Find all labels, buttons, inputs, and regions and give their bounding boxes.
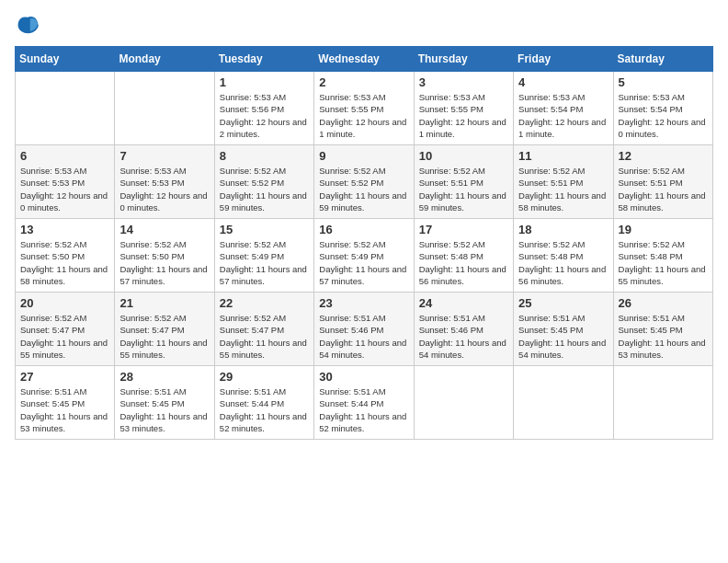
calendar-cell <box>414 366 513 440</box>
calendar-cell: 11Sunrise: 5:52 AM Sunset: 5:51 PM Dayli… <box>514 145 613 219</box>
day-info: Sunrise: 5:52 AM Sunset: 5:49 PM Dayligh… <box>319 238 408 287</box>
day-number: 9 <box>319 149 408 163</box>
day-number: 21 <box>119 296 209 310</box>
calendar-cell: 6Sunrise: 5:53 AM Sunset: 5:53 PM Daylig… <box>16 145 115 219</box>
day-number: 10 <box>419 149 508 163</box>
day-info: Sunrise: 5:52 AM Sunset: 5:52 PM Dayligh… <box>220 165 309 213</box>
day-info: Sunrise: 5:52 AM Sunset: 5:47 PM Dayligh… <box>220 312 309 361</box>
day-number: 2 <box>319 75 408 89</box>
day-info: Sunrise: 5:51 AM Sunset: 5:45 PM Dayligh… <box>20 385 109 434</box>
day-number: 13 <box>20 223 109 236</box>
day-info: Sunrise: 5:52 AM Sunset: 5:49 PM Dayligh… <box>220 238 309 287</box>
calendar-cell <box>16 72 115 145</box>
week-row-2: 6Sunrise: 5:53 AM Sunset: 5:53 PM Daylig… <box>16 145 713 219</box>
day-number: 15 <box>220 223 309 236</box>
day-number: 29 <box>220 370 309 384</box>
day-number: 30 <box>319 370 408 384</box>
day-info: Sunrise: 5:51 AM Sunset: 5:45 PM Dayligh… <box>518 312 608 361</box>
day-number: 7 <box>119 149 209 163</box>
day-number: 8 <box>220 149 309 163</box>
day-number: 12 <box>619 149 708 163</box>
day-info: Sunrise: 5:52 AM Sunset: 5:51 PM Dayligh… <box>619 165 708 213</box>
calendar-cell: 23Sunrise: 5:51 AM Sunset: 5:46 PM Dayli… <box>314 293 414 366</box>
header <box>15 15 713 35</box>
day-info: Sunrise: 5:53 AM Sunset: 5:55 PM Dayligh… <box>319 91 408 140</box>
day-number: 25 <box>518 296 608 310</box>
day-number: 26 <box>619 296 708 310</box>
calendar-cell <box>613 366 712 440</box>
day-number: 20 <box>20 296 109 310</box>
calendar-cell: 30Sunrise: 5:51 AM Sunset: 5:44 PM Dayli… <box>314 366 414 440</box>
day-info: Sunrise: 5:52 AM Sunset: 5:50 PM Dayligh… <box>20 238 109 287</box>
calendar-cell: 1Sunrise: 5:53 AM Sunset: 5:56 PM Daylig… <box>214 72 313 145</box>
calendar-cell: 12Sunrise: 5:52 AM Sunset: 5:51 PM Dayli… <box>613 145 712 219</box>
day-number: 17 <box>419 223 508 236</box>
calendar-cell <box>514 366 613 440</box>
day-number: 11 <box>518 149 608 163</box>
calendar-cell: 4Sunrise: 5:53 AM Sunset: 5:54 PM Daylig… <box>514 72 613 145</box>
calendar-cell: 17Sunrise: 5:52 AM Sunset: 5:48 PM Dayli… <box>414 219 513 293</box>
week-row-1: 1Sunrise: 5:53 AM Sunset: 5:56 PM Daylig… <box>16 72 713 145</box>
calendar-cell: 22Sunrise: 5:52 AM Sunset: 5:47 PM Dayli… <box>214 293 313 366</box>
col-sunday: Sunday <box>16 47 115 72</box>
header-row: Sunday Monday Tuesday Wednesday Thursday… <box>16 47 713 72</box>
day-number: 3 <box>419 75 508 89</box>
day-number: 4 <box>518 75 608 89</box>
calendar-cell: 24Sunrise: 5:51 AM Sunset: 5:46 PM Dayli… <box>414 293 513 366</box>
calendar-cell <box>115 72 214 145</box>
calendar-cell: 10Sunrise: 5:52 AM Sunset: 5:51 PM Dayli… <box>414 145 513 219</box>
day-number: 6 <box>20 149 109 163</box>
calendar-cell: 15Sunrise: 5:52 AM Sunset: 5:49 PM Dayli… <box>214 219 313 293</box>
day-number: 27 <box>20 370 109 384</box>
calendar-cell: 28Sunrise: 5:51 AM Sunset: 5:45 PM Dayli… <box>115 366 214 440</box>
day-info: Sunrise: 5:51 AM Sunset: 5:46 PM Dayligh… <box>419 312 508 361</box>
col-wednesday: Wednesday <box>314 47 414 72</box>
day-info: Sunrise: 5:52 AM Sunset: 5:48 PM Dayligh… <box>518 238 608 287</box>
calendar-cell: 7Sunrise: 5:53 AM Sunset: 5:53 PM Daylig… <box>115 145 214 219</box>
day-number: 16 <box>319 223 408 236</box>
day-number: 23 <box>319 296 408 310</box>
col-tuesday: Tuesday <box>214 47 313 72</box>
day-info: Sunrise: 5:52 AM Sunset: 5:51 PM Dayligh… <box>518 165 608 213</box>
day-info: Sunrise: 5:52 AM Sunset: 5:47 PM Dayligh… <box>20 312 109 361</box>
calendar-cell: 3Sunrise: 5:53 AM Sunset: 5:55 PM Daylig… <box>414 72 513 145</box>
col-saturday: Saturday <box>613 47 712 72</box>
day-number: 1 <box>220 75 309 89</box>
calendar-cell: 16Sunrise: 5:52 AM Sunset: 5:49 PM Dayli… <box>314 219 414 293</box>
day-info: Sunrise: 5:52 AM Sunset: 5:50 PM Dayligh… <box>119 238 209 287</box>
col-monday: Monday <box>115 47 214 72</box>
day-info: Sunrise: 5:51 AM Sunset: 5:46 PM Dayligh… <box>319 312 408 361</box>
calendar-table: Sunday Monday Tuesday Wednesday Thursday… <box>15 46 713 440</box>
calendar-cell: 9Sunrise: 5:52 AM Sunset: 5:52 PM Daylig… <box>314 145 414 219</box>
day-info: Sunrise: 5:53 AM Sunset: 5:54 PM Dayligh… <box>619 91 708 140</box>
day-number: 19 <box>619 223 708 236</box>
logo <box>15 15 44 35</box>
day-info: Sunrise: 5:52 AM Sunset: 5:51 PM Dayligh… <box>419 165 508 213</box>
calendar-cell: 2Sunrise: 5:53 AM Sunset: 5:55 PM Daylig… <box>314 72 414 145</box>
day-number: 14 <box>119 223 209 236</box>
col-friday: Friday <box>514 47 613 72</box>
week-row-3: 13Sunrise: 5:52 AM Sunset: 5:50 PM Dayli… <box>16 219 713 293</box>
day-info: Sunrise: 5:52 AM Sunset: 5:48 PM Dayligh… <box>419 238 508 287</box>
day-info: Sunrise: 5:53 AM Sunset: 5:56 PM Dayligh… <box>220 91 309 140</box>
day-info: Sunrise: 5:53 AM Sunset: 5:54 PM Dayligh… <box>518 91 608 140</box>
calendar-cell: 20Sunrise: 5:52 AM Sunset: 5:47 PM Dayli… <box>16 293 115 366</box>
day-info: Sunrise: 5:53 AM Sunset: 5:55 PM Dayligh… <box>419 91 508 140</box>
calendar-cell: 13Sunrise: 5:52 AM Sunset: 5:50 PM Dayli… <box>16 219 115 293</box>
day-info: Sunrise: 5:51 AM Sunset: 5:45 PM Dayligh… <box>619 312 708 361</box>
calendar-cell: 18Sunrise: 5:52 AM Sunset: 5:48 PM Dayli… <box>514 219 613 293</box>
day-info: Sunrise: 5:51 AM Sunset: 5:45 PM Dayligh… <box>119 385 209 434</box>
calendar-cell: 26Sunrise: 5:51 AM Sunset: 5:45 PM Dayli… <box>613 293 712 366</box>
calendar-cell: 27Sunrise: 5:51 AM Sunset: 5:45 PM Dayli… <box>16 366 115 440</box>
day-info: Sunrise: 5:51 AM Sunset: 5:44 PM Dayligh… <box>319 385 408 434</box>
day-number: 24 <box>419 296 508 310</box>
calendar-cell: 21Sunrise: 5:52 AM Sunset: 5:47 PM Dayli… <box>115 293 214 366</box>
calendar-cell: 19Sunrise: 5:52 AM Sunset: 5:48 PM Dayli… <box>613 219 712 293</box>
day-info: Sunrise: 5:53 AM Sunset: 5:53 PM Dayligh… <box>119 165 209 213</box>
week-row-5: 27Sunrise: 5:51 AM Sunset: 5:45 PM Dayli… <box>16 366 713 440</box>
calendar-cell: 8Sunrise: 5:52 AM Sunset: 5:52 PM Daylig… <box>214 145 313 219</box>
calendar-cell: 29Sunrise: 5:51 AM Sunset: 5:44 PM Dayli… <box>214 366 313 440</box>
calendar-body: 1Sunrise: 5:53 AM Sunset: 5:56 PM Daylig… <box>16 72 713 440</box>
week-row-4: 20Sunrise: 5:52 AM Sunset: 5:47 PM Dayli… <box>16 293 713 366</box>
calendar-cell: 25Sunrise: 5:51 AM Sunset: 5:45 PM Dayli… <box>514 293 613 366</box>
